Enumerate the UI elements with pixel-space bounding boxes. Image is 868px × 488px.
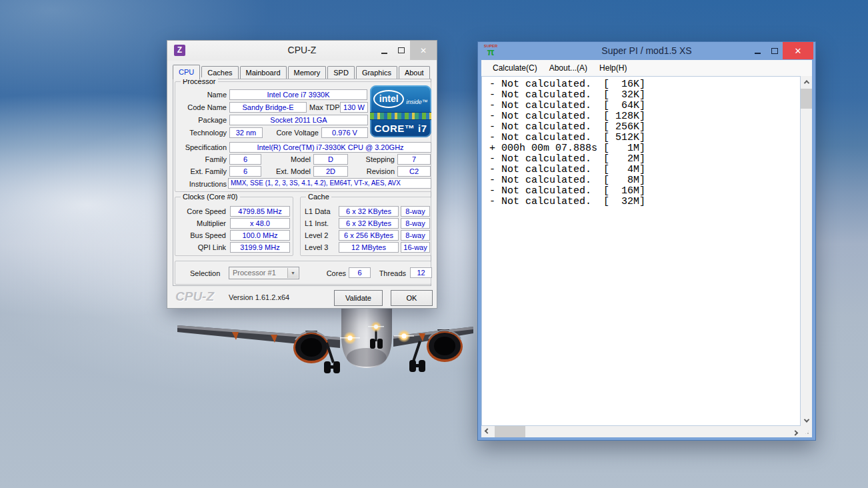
chevron-down-icon — [803, 417, 809, 422]
minimize-icon — [755, 53, 761, 54]
cache-level-label: Level 2 — [305, 231, 338, 240]
horizontal-scroll-thumb[interactable] — [495, 426, 525, 437]
core-voltage-field[interactable]: 0.976 V — [321, 127, 368, 138]
processor-selection-combobox[interactable]: Processor #1 ▼ — [229, 267, 299, 279]
code-name-field[interactable]: Sandy Bridge-E — [229, 102, 307, 113]
cache-size-field[interactable]: 6 x 256 KBytes — [339, 230, 399, 241]
clocks-row: Bus Speed 100.0 MHz — [175, 229, 293, 241]
cache-size-field[interactable]: 6 x 32 KBytes — [339, 218, 399, 229]
threads-field[interactable]: 12 — [410, 267, 432, 278]
superpi-client-area: Calculate(C)About...(A)Help(H) - Not cal… — [481, 60, 812, 437]
clock-label: QPI Link — [177, 243, 226, 252]
cpuz-tab[interactable]: About — [399, 66, 430, 79]
clocks-row: Multiplier x 48.0 — [175, 217, 293, 229]
selection-groupbox: Selection Processor #1 ▼ Cores 6 Threads… — [175, 261, 431, 285]
intel-inside-text: inside™ — [406, 99, 428, 105]
clock-value-field[interactable]: 4799.85 MHz — [230, 206, 290, 217]
model-field[interactable]: D — [313, 154, 348, 165]
cache-row: L1 Inst. 6 x 32 KBytes 8-way — [301, 217, 431, 229]
vertical-scrollbar[interactable] — [801, 76, 812, 426]
cpuz-tab[interactable]: Graphics — [356, 66, 397, 79]
maximize-icon — [398, 47, 405, 53]
badge-model-text: i7 — [418, 123, 427, 134]
cores-field[interactable]: 6 — [349, 267, 371, 278]
menu-item[interactable]: About...(A) — [543, 61, 593, 75]
menu-item[interactable]: Help(H) — [593, 61, 633, 75]
max-tdp-field[interactable]: 130 W — [340, 102, 368, 113]
cpu-name-field[interactable]: Intel Core i7 3930K — [229, 89, 367, 100]
technology-label: Technology — [180, 128, 227, 137]
package-field[interactable]: Socket 2011 LGA — [229, 115, 368, 125]
clocks-group-label: Clocks (Core #0) — [181, 193, 240, 201]
cpu-name-label: Name — [180, 90, 227, 99]
cache-level-label: L1 Inst. — [305, 219, 338, 228]
ext-model-label: Ext. Model — [273, 167, 311, 176]
cpuz-cpu-tab-page: Processor Name Intel Core i7 3930K Code … — [173, 79, 431, 286]
cpuz-titlebar[interactable]: Z CPU-Z ✕ — [167, 41, 437, 61]
resize-grip[interactable] — [801, 426, 812, 437]
superpi-menubar: Calculate(C)About...(A)Help(H) — [481, 60, 812, 76]
superpi-maximize-button[interactable] — [766, 42, 783, 59]
badge-core-text: CORE™ — [374, 123, 415, 134]
clock-value-field[interactable]: x 48.0 — [230, 218, 290, 229]
cache-size-field[interactable]: 6 x 32 KBytes — [339, 206, 399, 217]
cpuz-minimize-button[interactable] — [375, 41, 393, 60]
family-field[interactable]: 6 — [229, 154, 261, 165]
specification-label: Specification — [176, 143, 227, 152]
ext-model-field[interactable]: 2D — [313, 166, 348, 177]
cpuz-close-button[interactable]: ✕ — [410, 41, 437, 60]
superpi-titlebar[interactable]: SUPER π Super PI / mod1.5 XS ✕ — [478, 42, 815, 60]
cache-level-label: L1 Data — [305, 207, 338, 216]
clock-value-field[interactable]: 100.0 MHz — [230, 230, 290, 241]
max-tdp-label: Max TDP — [309, 103, 337, 112]
chevron-up-icon — [803, 80, 809, 85]
ext-family-field[interactable]: 6 — [229, 166, 261, 177]
scroll-right-arrow[interactable] — [789, 426, 801, 437]
cache-ways-field[interactable]: 8-way — [401, 206, 430, 217]
cpuz-tab-strip: CPUCachesMainboardMemorySPDGraphicsAbout — [173, 65, 431, 79]
cpuz-tab[interactable]: SPD — [327, 66, 355, 79]
specification-field[interactable]: Intel(R) Core(TM) i7-3930K CPU @ 3.20GHz — [229, 142, 431, 153]
menu-item[interactable]: Calculate(C) — [487, 61, 543, 75]
scroll-down-arrow[interactable] — [801, 415, 812, 426]
ok-button[interactable]: OK — [391, 290, 433, 306]
scroll-left-arrow[interactable] — [481, 426, 493, 437]
family-label: Family — [180, 155, 227, 164]
cache-row: L1 Data 6 x 32 KBytes 8-way — [301, 205, 431, 217]
cpuz-tab[interactable]: Mainboard — [240, 66, 287, 79]
clocks-row: QPI Link 3199.9 MHz — [175, 241, 293, 253]
threads-label: Threads — [374, 269, 406, 278]
package-label: Package — [180, 115, 227, 125]
airplane-photo — [172, 299, 479, 392]
cpuz-footer: CPU-Z Version 1.61.2.x64 Validate OK — [167, 287, 437, 309]
superpi-close-button[interactable]: ✕ — [783, 42, 813, 59]
clock-label: Core Speed — [177, 207, 226, 216]
cache-ways-field[interactable]: 16-way — [401, 242, 430, 253]
cache-ways-field[interactable]: 8-way — [401, 218, 430, 229]
cache-group-label: Cache — [306, 193, 331, 201]
code-name-label: Code Name — [180, 103, 227, 112]
superpi-output-area: - Not calculated. [ 16K] - Not calculate… — [481, 76, 801, 426]
scroll-up-arrow[interactable] — [801, 76, 812, 87]
stepping-label: Stepping — [353, 155, 395, 164]
vertical-scroll-thumb[interactable] — [801, 89, 812, 109]
intel-logo: intel — [373, 90, 404, 108]
cpuz-tab[interactable]: Memory — [288, 66, 327, 79]
instructions-field[interactable]: MMX, SSE (1, 2, 3, 3S, 4.1, 4.2), EM64T,… — [228, 178, 431, 189]
clock-value-field[interactable]: 3199.9 MHz — [230, 242, 290, 253]
clock-label: Bus Speed — [177, 231, 226, 240]
cpuz-maximize-button[interactable] — [393, 41, 410, 60]
validate-button[interactable]: Validate — [334, 290, 383, 306]
stepping-field[interactable]: 7 — [397, 154, 431, 165]
technology-field[interactable]: 32 nm — [229, 127, 263, 138]
superpi-window: SUPER π Super PI / mod1.5 XS ✕ Calculate… — [477, 41, 816, 441]
cpuz-tab[interactable]: CPU — [173, 65, 200, 79]
cache-ways-field[interactable]: 8-way — [401, 230, 430, 241]
clocks-groupbox: Clocks (Core #0) Core Speed 4799.85 MHz … — [175, 197, 293, 256]
cache-size-field[interactable]: 12 MBytes — [339, 242, 399, 253]
horizontal-scrollbar[interactable] — [481, 426, 801, 437]
core-voltage-label: Core Voltage — [273, 128, 319, 137]
chevron-down-icon[interactable]: ▼ — [287, 268, 298, 278]
revision-field[interactable]: C2 — [397, 166, 431, 177]
superpi-minimize-button[interactable] — [749, 42, 766, 59]
